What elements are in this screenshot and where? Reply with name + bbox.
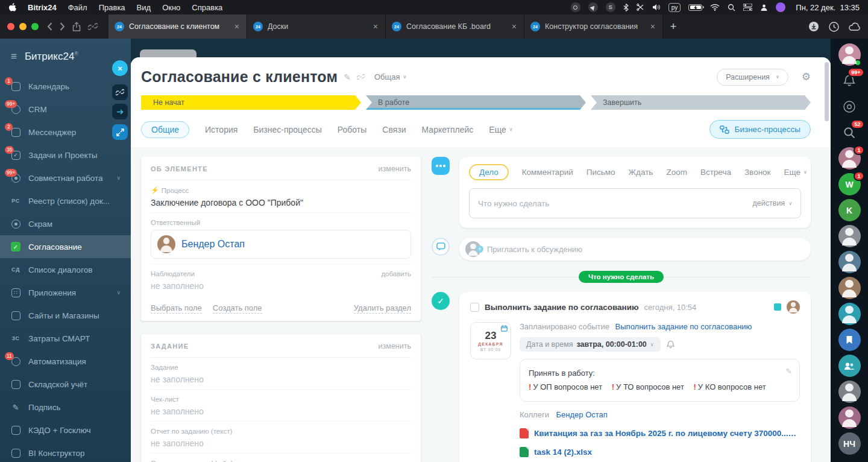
- sidebar-item-tasks[interactable]: ✓35 Задачи и Проекты: [0, 144, 131, 166]
- tab-general[interactable]: Общие: [141, 121, 189, 138]
- user-switch-icon[interactable]: [760, 4, 768, 11]
- chat-avatar[interactable]: [838, 303, 861, 325]
- tab-more[interactable]: Еще ∨: [784, 168, 807, 177]
- close-tab-icon[interactable]: ×: [511, 22, 518, 31]
- chat-avatar[interactable]: [838, 381, 861, 403]
- hamburger-icon[interactable]: ≡: [11, 51, 17, 63]
- actions-dropdown[interactable]: действия ∨: [753, 199, 792, 207]
- chat-avatar[interactable]: W1: [838, 173, 861, 195]
- cloud-icon[interactable]: [849, 22, 861, 31]
- tab-deal[interactable]: Дело: [469, 164, 509, 180]
- sidebar-item-messenger[interactable]: 2 Мессенджер: [0, 121, 131, 144]
- entry-author-avatar[interactable]: [787, 300, 800, 314]
- field-task[interactable]: Задание не заполнено: [151, 358, 411, 390]
- tab-mail[interactable]: Письмо: [587, 168, 615, 177]
- profile-avatar[interactable]: [838, 43, 861, 66]
- select-field-link[interactable]: Выбрать поле: [151, 303, 202, 314]
- sidebar-item-registry[interactable]: РС Реестр (список) док...: [0, 189, 131, 212]
- app-menu[interactable]: Bitrix24: [28, 3, 57, 12]
- scrollbar[interactable]: [825, 62, 829, 121]
- field-process[interactable]: ⚡Процесс Заключение договора с ООО "Приб…: [151, 180, 411, 213]
- shazam-icon[interactable]: S: [606, 2, 615, 12]
- create-field-link[interactable]: Создать поле: [213, 303, 262, 314]
- notifications-bell-icon[interactable]: 99+: [838, 69, 861, 92]
- stage-finish[interactable]: Завершить: [591, 95, 811, 110]
- sidebar-item-expenses[interactable]: ЗС Затраты СМАРТ: [0, 327, 131, 350]
- delete-section-link[interactable]: Удалить раздел: [354, 303, 411, 314]
- sidebar-item-calendar[interactable]: 1 Календарь: [0, 75, 131, 98]
- sidebar-item-warehouse[interactable]: Складской учёт: [0, 373, 131, 396]
- chat-avatar[interactable]: НЧ: [838, 432, 861, 455]
- close-panel-button[interactable]: ×: [112, 60, 128, 76]
- file-link[interactable]: Квитанция за газ за Ноябрь 2025 г. по ли…: [534, 429, 800, 438]
- field-report-file[interactable]: Отчет по заданию (файл) не заполнено: [151, 454, 411, 462]
- tab-comment[interactable]: Комментарий: [522, 168, 573, 177]
- menu-help[interactable]: Справка: [192, 3, 222, 12]
- chat-avatar[interactable]: [838, 407, 861, 429]
- disc-icon[interactable]: [838, 95, 861, 118]
- tab-links[interactable]: Связи: [382, 125, 406, 134]
- stage-not-started[interactable]: Не начат: [141, 95, 361, 110]
- sidebar-item-crm[interactable]: 99+ CRM: [0, 98, 131, 121]
- chat-avatar[interactable]: K: [838, 199, 861, 221]
- tab-robots[interactable]: Роботы: [338, 125, 366, 134]
- sidebar-item-scrum[interactable]: Скрам: [0, 212, 131, 235]
- menu-window[interactable]: Окно: [162, 3, 180, 12]
- minimize-window-button[interactable]: [19, 23, 27, 30]
- edit-note-icon[interactable]: ✎: [785, 364, 792, 378]
- chat-avatar[interactable]: 1: [838, 147, 861, 169]
- colleague-link[interactable]: Бендер Остап: [556, 410, 608, 419]
- planned-event-link[interactable]: Выполнить задание по согласованию: [615, 322, 752, 331]
- chat-avatar[interactable]: [838, 225, 861, 247]
- sidebar-item-dialog-list[interactable]: СД Список диалогов: [0, 258, 131, 281]
- tab-more[interactable]: Еще ∨: [489, 125, 512, 134]
- field-report-text[interactable]: Отчет по заданию (текст) не заполнено: [151, 422, 411, 454]
- group-chat-icon[interactable]: [838, 355, 861, 377]
- sidebar-item-collaboration[interactable]: 99+ Совместная работа ∨: [0, 166, 131, 189]
- close-tab-icon[interactable]: ×: [233, 22, 241, 31]
- invite-avatar[interactable]: +: [465, 241, 481, 257]
- tab-wait[interactable]: Ждать: [629, 168, 653, 177]
- copy-link-icon[interactable]: [88, 22, 98, 31]
- menu-view[interactable]: Вид: [137, 3, 151, 12]
- menubar-profile-avatar[interactable]: [776, 2, 785, 12]
- wifi-icon[interactable]: [710, 4, 720, 11]
- menu-file[interactable]: Файл: [68, 3, 87, 12]
- entry-checkbox[interactable]: [470, 303, 479, 312]
- sidebar-item-automation[interactable]: 11 Автоматизация: [0, 350, 131, 373]
- forward-button[interactable]: [60, 22, 65, 31]
- share-icon[interactable]: [72, 22, 81, 31]
- scissors-icon[interactable]: [637, 4, 644, 11]
- volume-icon[interactable]: [652, 4, 661, 11]
- collapse-arrow-button[interactable]: [112, 104, 128, 119]
- responsible-box[interactable]: Бендер Остап: [151, 230, 411, 259]
- title-link-icon[interactable]: [357, 73, 365, 81]
- chat-search-icon[interactable]: 52: [838, 121, 861, 144]
- apple-menu-icon[interactable]: [8, 3, 16, 12]
- extensions-dropdown[interactable]: Расширения ∨: [717, 69, 788, 86]
- sidebar-item-kedo[interactable]: КЭДО + Госключ: [0, 419, 131, 441]
- browser-tab-kb-board[interactable]: 24 Согласование КБ .board ×: [386, 14, 524, 39]
- close-window-button[interactable]: [7, 23, 14, 30]
- field-checklist[interactable]: Чек-лист не заполнено: [151, 390, 411, 422]
- bookmark-chat-icon[interactable]: [838, 329, 861, 351]
- browser-tab-boards[interactable]: 24 Доски ×: [247, 14, 386, 39]
- stage-in-progress[interactable]: В работе: [366, 95, 586, 110]
- settings-gear-icon[interactable]: ⚙: [802, 71, 811, 83]
- tab-meeting[interactable]: Встреча: [700, 168, 731, 177]
- zoom-window-button[interactable]: [31, 23, 39, 30]
- sidebar-item-approval[interactable]: ✓ Согласование: [0, 235, 131, 258]
- history-icon[interactable]: [829, 22, 839, 32]
- new-tab-button[interactable]: +: [663, 14, 684, 39]
- reminder-bell-icon[interactable]: [667, 340, 675, 349]
- responsible-name-link[interactable]: Бендер Остап: [181, 239, 245, 250]
- category-selector[interactable]: Общая ∨: [374, 72, 406, 81]
- tab-marketplace[interactable]: Маркетплейс: [422, 125, 474, 134]
- expand-button[interactable]: [112, 124, 128, 140]
- calendar-widget[interactable]: 23 ДЕКАБРЯ ВТ 00:00: [470, 322, 511, 359]
- close-tab-icon[interactable]: ×: [649, 22, 656, 31]
- sidebar-item-apps[interactable]: ∷ Приложения ∨: [0, 281, 131, 304]
- back-button[interactable]: [47, 22, 52, 31]
- control-center-icon[interactable]: [743, 4, 752, 11]
- edit-section-link[interactable]: изменить: [379, 165, 411, 173]
